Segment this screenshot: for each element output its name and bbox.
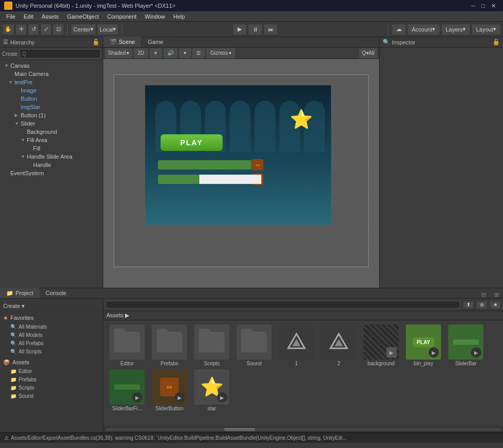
slider-1[interactable]: ⇔ — [158, 160, 261, 169]
view-tabs: 🎬 Scene Game — [103, 37, 379, 48]
menu-window[interactable]: Window — [140, 12, 169, 21]
menu-gameobject[interactable]: GameObject — [63, 12, 103, 21]
asset-item-unity-1[interactable]: 1 — [277, 325, 316, 366]
tree-item-button1[interactable]: ▶ Button (1) — [0, 111, 103, 119]
local-btn[interactable]: Local ▾ — [97, 24, 119, 35]
shaded-dropdown[interactable]: Shaded ▾ — [105, 49, 132, 58]
collapse-btn[interactable]: ⊟ — [477, 291, 490, 298]
scrollbar-track[interactable] — [105, 428, 501, 431]
proj-item-scripts[interactable]: 📁 Scripts — [0, 383, 103, 392]
tree-item-handle[interactable]: Handle — [0, 161, 103, 169]
asset-item-unity-2[interactable]: 2 — [319, 325, 358, 366]
asset-item-editor[interactable]: Editor — [107, 325, 147, 366]
tree-item-slider[interactable]: ▼ Slider — [0, 119, 103, 128]
asset-item-sound[interactable]: Sound — [234, 325, 274, 366]
scrollbar-thumb[interactable] — [224, 428, 255, 431]
scene-layers-btn[interactable]: ☰ — [193, 49, 205, 58]
hierarchy-search-input[interactable] — [20, 49, 101, 58]
slider-2[interactable]: ⇔ — [158, 175, 261, 184]
game-tab[interactable]: Game — [142, 37, 170, 47]
assets-search-input[interactable] — [105, 301, 461, 309]
gizmos-dropdown[interactable]: Gizmos ▾ — [207, 49, 235, 58]
pivot-group: Center ▾ Local ▾ — [71, 24, 119, 35]
pause-button[interactable]: ⏸ — [248, 24, 262, 35]
tree-item-handle-slide-area[interactable]: ▼ Handle Slide Area — [0, 152, 103, 161]
expand-btn[interactable]: ⊞ — [490, 291, 503, 298]
audio-btn[interactable]: 🔊 — [164, 49, 177, 58]
assets-sort-btn[interactable]: ⬆ — [463, 301, 474, 309]
scene-tab[interactable]: 🎬 Scene — [103, 37, 142, 47]
close-btn[interactable]: ✕ — [488, 3, 499, 9]
menu-help[interactable]: Help — [169, 12, 189, 21]
favorites-header[interactable]: ★ Favorites — [0, 313, 103, 322]
statusbar-text: Assets/Editor/ExportAssetBundles.cs(36,3… — [11, 435, 347, 441]
fx-btn[interactable]: ✦ — [179, 49, 191, 58]
tree-item-button[interactable]: Button — [0, 95, 103, 103]
proj-item-all-prefabs[interactable]: 🔍 All Prefabs — [0, 339, 103, 347]
menu-file[interactable]: File — [2, 12, 20, 21]
maximize-btn[interactable]: □ — [478, 3, 488, 9]
proj-item-prefabs[interactable]: 📁 Prefabs — [0, 375, 103, 383]
tree-item-imgstar[interactable]: imgStar — [0, 103, 103, 111]
slider-1-handle[interactable]: ⇔ — [252, 159, 263, 171]
play-controls: ▶ ⏸ ⏭ — [125, 24, 385, 35]
play-button-ui[interactable]: PLAY — [161, 134, 223, 151]
menu-edit[interactable]: Edit — [20, 12, 38, 21]
proj-item-all-models[interactable]: 🔍 All Models — [0, 331, 103, 339]
tree-item-eventsystem[interactable]: EventSystem — [0, 169, 103, 177]
layers-button[interactable]: Layers ▾ — [441, 24, 470, 35]
proj-item-editor[interactable]: 📁 Editor — [0, 367, 103, 375]
scene-toolbar: Shaded ▾ 2D ☀ 🔊 ✦ ☰ Gizmos ▾ Q▾All — [103, 48, 379, 59]
rect-tool[interactable]: ⊡ — [53, 24, 64, 35]
create-dropdown[interactable]: Create — [2, 51, 18, 57]
folder-icon-prefabs-thumb — [156, 332, 182, 352]
rotate-tool[interactable]: ↺ — [28, 24, 39, 35]
asset-item-background[interactable]: ▶ background — [361, 325, 401, 366]
minimize-btn[interactable]: ─ — [468, 3, 479, 9]
proj-item-all-scripts[interactable]: 🔍 All Scripts — [0, 347, 103, 356]
tree-item-image[interactable]: Image — [0, 86, 103, 95]
tree-item-main-camera[interactable]: Main Camera — [0, 70, 103, 78]
lighting-btn[interactable]: ☀ — [150, 49, 162, 58]
asset-thumb-unity-2 — [321, 325, 356, 360]
inspector-lock[interactable]: 🔓 — [493, 39, 500, 45]
move-tool[interactable]: ✛ — [15, 24, 27, 35]
2d-button[interactable]: 2D — [134, 49, 148, 58]
asset-thumb-sliderbutton: ⇔ ▶ — [152, 369, 187, 405]
asset-item-sliderbarfi[interactable]: ▶ SliderBarFi... — [107, 369, 147, 411]
proj-item-all-materials[interactable]: 🔍 All Materials — [0, 322, 103, 331]
hand-tool[interactable]: ✋ — [2, 24, 14, 35]
asset-item-sliderbar[interactable]: ▶ SliderBar — [446, 325, 485, 366]
proj-item-sound[interactable]: 📁 Sound — [0, 392, 103, 400]
center-btn[interactable]: Center ▾ — [71, 24, 96, 35]
asset-item-btn-play[interactable]: PLAY ▶ btn_play — [404, 325, 443, 366]
console-tab[interactable]: Console — [39, 288, 72, 298]
step-button[interactable]: ⏭ — [263, 24, 278, 35]
asset-item-sliderbutton[interactable]: ⇔ ▶ SliderButton — [150, 369, 189, 411]
hierarchy-lock[interactable]: 🔓 — [92, 39, 100, 45]
menu-assets[interactable]: Assets — [38, 12, 63, 21]
project-tab[interactable]: 📁 Project — [0, 288, 39, 298]
layout-button[interactable]: Layout ▾ — [471, 24, 501, 35]
assets-star-btn[interactable]: ★ — [490, 301, 501, 309]
play-button[interactable]: ▶ — [232, 24, 247, 35]
cloud-button[interactable]: ☁ — [391, 24, 406, 35]
create-assets-btn[interactable]: Create ▾ — [3, 303, 25, 309]
asset-item-scripts[interactable]: Scripts — [192, 325, 231, 366]
assets-section-header[interactable]: 📦 Assets — [0, 358, 103, 367]
tree-item-fillarea[interactable]: ▼ Fill Area — [0, 136, 103, 144]
scene-search[interactable]: Q▾All — [359, 49, 377, 58]
tree-item-testpre[interactable]: ▼ testPre — [0, 78, 103, 86]
menu-component[interactable]: Component — [103, 12, 140, 21]
asset-item-star[interactable]: ⭐ ▶ star — [192, 369, 231, 411]
asset-item-prefabs[interactable]: Prefabs — [150, 325, 189, 366]
account-button[interactable]: Account ▾ — [407, 24, 440, 35]
scene-view[interactable]: ⭐ PLAY ⇔ — [103, 59, 379, 288]
assets-path-label[interactable]: Assets ▶ — [106, 312, 129, 319]
tree-item-fill[interactable]: Fill — [0, 144, 103, 152]
scale-tool[interactable]: ⤢ — [40, 24, 52, 35]
folder-icon-editor-thumb — [114, 332, 140, 352]
tree-item-background[interactable]: Background — [0, 128, 103, 136]
assets-filter-btn[interactable]: ⊛ — [476, 301, 488, 309]
tree-item-canvas[interactable]: ▼ Canvas — [0, 61, 103, 70]
